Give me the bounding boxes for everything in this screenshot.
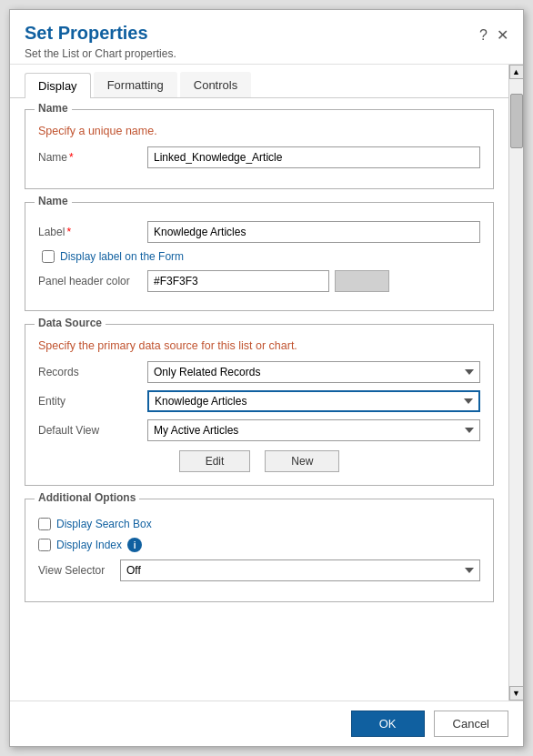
panel-color-row: Panel header color [38,270,480,292]
view-selector-select[interactable]: Off Show All Views Show Selected Views [120,559,480,581]
set-properties-dialog: Set Properties Set the List or Chart pro… [9,9,524,747]
label-section-legend: Name [35,195,72,207]
entity-row: Entity Knowledge Articles [38,390,480,412]
name-row: Name* [38,146,480,168]
panel-color-label: Panel header color [38,275,147,287]
display-index-row: Display Index i [38,538,480,552]
label-row: Label* [38,221,480,243]
records-select[interactable]: Only Related Records All Records [147,361,480,383]
tab-controls[interactable]: Controls [180,72,251,97]
tabs-container: Display Formatting Controls [10,65,508,98]
name-input[interactable] [147,146,480,168]
tab-formatting[interactable]: Formatting [94,72,177,97]
scroll-down-arrow[interactable]: ▼ [509,686,524,701]
view-selector-label: View Selector [38,564,120,577]
dialog-content: Display Formatting Controls Name Specify… [10,65,508,701]
dialog-header: Set Properties Set the List or Chart pro… [10,10,523,65]
display-label-text: Display label on the Form [60,250,184,263]
dialog-subtitle: Set the List or Chart properties. [25,47,176,60]
entity-select[interactable]: Knowledge Articles [147,390,480,412]
close-icon[interactable]: ✕ [497,26,508,44]
display-index-label: Display Index [56,539,122,551]
entity-label: Entity [38,395,147,408]
name-section-desc: Specify a unique name. [38,125,480,137]
tab-display[interactable]: Display [25,73,91,98]
display-label-row: Display label on the Form [42,250,480,263]
label-required-star: * [66,226,71,238]
default-view-select[interactable]: My Active Articles Active Articles All A… [147,419,480,441]
header-text: Set Properties Set the List or Chart pro… [25,23,176,60]
additional-options-legend: Additional Options [35,491,139,504]
display-label-checkbox[interactable] [42,250,55,263]
default-view-row: Default View My Active Articles Active A… [38,419,480,441]
data-source-buttons: Edit New [38,450,480,472]
scrollbar-area: Display Formatting Controls Name Specify… [10,65,523,701]
display-index-info-icon[interactable]: i [127,538,142,552]
additional-options-section: Additional Options Display Search Box Di… [25,499,494,602]
search-box-row: Display Search Box [38,518,480,530]
records-row: Records Only Related Records All Records [38,361,480,383]
edit-button[interactable]: Edit [179,450,251,472]
cancel-button[interactable]: Cancel [434,711,508,737]
color-swatch[interactable] [335,270,389,292]
name-section-legend: Name [35,102,72,115]
data-source-legend: Data Source [35,317,106,329]
header-actions: ? ✕ [479,26,508,44]
panel-color-input[interactable] [147,270,329,292]
data-source-section: Data Source Specify the primary data sou… [25,324,494,486]
label-section: Name Label* Display label on the Form Pa… [25,202,494,311]
dialog-footer: OK Cancel [10,701,523,746]
display-search-box-label: Display Search Box [56,518,152,530]
name-section: Name Specify a unique name. Name* [25,109,494,189]
label-input[interactable] [147,221,480,243]
scrollbar-thumb[interactable] [510,94,523,148]
display-index-checkbox[interactable] [38,539,51,551]
default-view-label: Default View [38,424,147,437]
records-label: Records [38,366,147,378]
label-label: Label* [38,226,147,238]
data-source-desc: Specify the primary data source for this… [38,339,480,352]
new-button[interactable]: New [265,450,339,472]
tab-content: Name Specify a unique name. Name* Name [10,98,508,626]
scrollbar[interactable]: ▲ ▼ [508,65,523,701]
ok-button[interactable]: OK [351,711,425,737]
scroll-up-arrow[interactable]: ▲ [509,65,524,79]
help-icon[interactable]: ? [479,27,488,44]
view-selector-row: View Selector Off Show All Views Show Se… [38,559,480,581]
name-required-star: * [69,151,74,164]
display-search-box-checkbox[interactable] [38,518,51,530]
name-label: Name* [38,151,147,164]
dialog-title: Set Properties [25,23,176,44]
